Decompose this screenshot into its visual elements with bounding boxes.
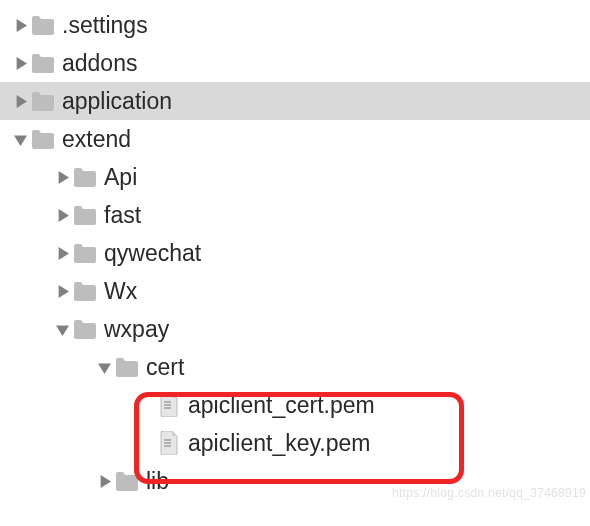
tree-item-label: lib bbox=[144, 468, 169, 495]
chevron-placeholder bbox=[136, 437, 156, 450]
tree-item-label: qywechat bbox=[102, 240, 201, 267]
folder-icon bbox=[72, 319, 98, 339]
svg-marker-0 bbox=[16, 19, 26, 32]
tree-row[interactable]: extend bbox=[0, 120, 590, 158]
file-tree: .settingsaddonsapplicationextendApifastq… bbox=[0, 6, 590, 500]
chevron-down-icon[interactable] bbox=[94, 361, 114, 374]
tree-item-label: .settings bbox=[60, 12, 148, 39]
svg-marker-18 bbox=[100, 475, 110, 488]
svg-marker-2 bbox=[16, 95, 26, 108]
tree-item-label: apiclient_cert.pem bbox=[186, 392, 375, 419]
tree-row[interactable]: addons bbox=[0, 44, 590, 82]
chevron-right-icon[interactable] bbox=[10, 95, 30, 108]
chevron-right-icon[interactable] bbox=[10, 19, 30, 32]
tree-row[interactable]: wxpay bbox=[0, 310, 590, 348]
tree-row[interactable]: application bbox=[0, 82, 590, 120]
tree-item-label: cert bbox=[144, 354, 184, 381]
tree-item-label: wxpay bbox=[102, 316, 169, 343]
svg-marker-6 bbox=[58, 247, 68, 260]
tree-row[interactable]: Api bbox=[0, 158, 590, 196]
chevron-right-icon[interactable] bbox=[94, 475, 114, 488]
tree-item-label: application bbox=[60, 88, 172, 115]
folder-icon bbox=[114, 357, 140, 377]
tree-row[interactable]: apiclient_cert.pem bbox=[0, 386, 590, 424]
chevron-right-icon[interactable] bbox=[52, 171, 72, 184]
svg-marker-5 bbox=[58, 209, 68, 222]
file-icon bbox=[156, 431, 182, 455]
svg-marker-8 bbox=[56, 325, 69, 335]
folder-icon bbox=[72, 281, 98, 301]
svg-marker-7 bbox=[58, 285, 68, 298]
svg-marker-9 bbox=[98, 363, 111, 373]
chevron-right-icon[interactable] bbox=[52, 209, 72, 222]
tree-item-label: addons bbox=[60, 50, 137, 77]
folder-icon bbox=[72, 167, 98, 187]
folder-icon bbox=[30, 15, 56, 35]
chevron-down-icon[interactable] bbox=[10, 133, 30, 146]
svg-marker-4 bbox=[58, 171, 68, 184]
tree-row[interactable]: Wx bbox=[0, 272, 590, 310]
chevron-placeholder bbox=[136, 399, 156, 412]
tree-row[interactable]: apiclient_key.pem bbox=[0, 424, 590, 462]
tree-item-label: extend bbox=[60, 126, 131, 153]
file-icon bbox=[156, 393, 182, 417]
folder-icon bbox=[30, 53, 56, 73]
folder-icon bbox=[30, 129, 56, 149]
tree-row[interactable]: cert bbox=[0, 348, 590, 386]
svg-marker-3 bbox=[14, 135, 27, 145]
tree-item-label: fast bbox=[102, 202, 141, 229]
tree-row[interactable]: fast bbox=[0, 196, 590, 234]
tree-item-label: Wx bbox=[102, 278, 137, 305]
chevron-right-icon[interactable] bbox=[52, 247, 72, 260]
folder-icon bbox=[30, 91, 56, 111]
svg-marker-1 bbox=[16, 57, 26, 70]
tree-item-label: apiclient_key.pem bbox=[186, 430, 370, 457]
folder-icon bbox=[72, 243, 98, 263]
watermark-text: https://blog.csdn.net/qq_37468919 bbox=[392, 486, 586, 500]
folder-icon bbox=[72, 205, 98, 225]
chevron-right-icon[interactable] bbox=[52, 285, 72, 298]
chevron-down-icon[interactable] bbox=[52, 323, 72, 336]
folder-icon bbox=[114, 471, 140, 491]
tree-item-label: Api bbox=[102, 164, 137, 191]
tree-row[interactable]: qywechat bbox=[0, 234, 590, 272]
tree-row[interactable]: .settings bbox=[0, 6, 590, 44]
chevron-right-icon[interactable] bbox=[10, 57, 30, 70]
